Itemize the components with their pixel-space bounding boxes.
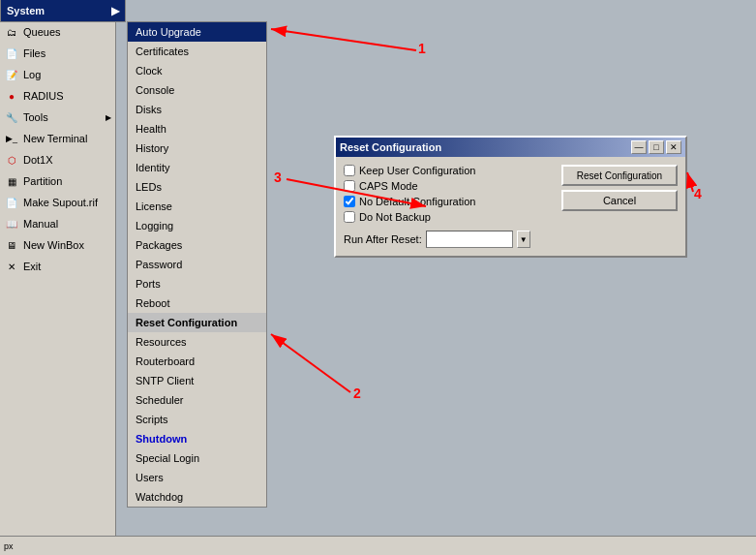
- submenu-item-history[interactable]: History: [128, 139, 266, 158]
- no-default-config-label: No Default Configuration: [359, 196, 475, 207]
- system-menu-header: System ▶: [1, 0, 125, 21]
- submenu-item-certificates[interactable]: Certificates: [128, 42, 266, 61]
- dialog-right-panel: Reset Configuration Cancel: [561, 165, 678, 248]
- sidebar-item-queues[interactable]: 🗂 Queues: [0, 21, 115, 43]
- run-after-row: Run After Reset: ▼: [344, 231, 561, 248]
- menu-arrow-icon: ▶: [111, 5, 119, 17]
- submenu-item-logging[interactable]: Logging: [128, 216, 266, 235]
- sidebar-item-exit[interactable]: ✕ Exit: [0, 256, 115, 277]
- svg-line-1: [271, 29, 416, 50]
- no-default-config-checkbox[interactable]: [344, 196, 355, 207]
- exit-icon: ✕: [4, 259, 19, 274]
- queues-icon: 🗂: [4, 24, 19, 40]
- dialog-minimize-button[interactable]: —: [631, 140, 647, 154]
- annotation-4: 4: [694, 186, 702, 201]
- submenu-item-reset-configuration[interactable]: Reset Configuration: [128, 313, 266, 332]
- submenu-item-license[interactable]: License: [128, 197, 266, 216]
- submenu-item-password[interactable]: Password: [128, 255, 266, 274]
- submenu-item-reboot[interactable]: Reboot: [128, 293, 266, 313]
- system-menu: System ▶ Auto Upgrade Certificates Clock…: [0, 0, 126, 22]
- do-not-backup-checkbox[interactable]: [344, 211, 355, 223]
- submenu-item-sntp[interactable]: SNTP Client: [128, 371, 266, 390]
- dialog-content: Keep User Configuration CAPS Mode No Def…: [336, 157, 685, 256]
- annotation-1: 1: [418, 41, 426, 56]
- keep-user-config-checkbox[interactable]: [344, 165, 355, 176]
- submenu-item-health[interactable]: Health: [128, 119, 266, 139]
- keep-user-config-row: Keep User Configuration: [344, 165, 561, 176]
- submenu-item-leds[interactable]: LEDs: [128, 177, 266, 197]
- reset-config-dialog: Reset Configuration — □ ✕ Keep User Conf…: [334, 136, 687, 258]
- submenu-item-users[interactable]: Users: [128, 468, 266, 487]
- sidebar: ⚙ System ▶ 🗂 Queues 📄 Files 📝 Log ● RADI…: [0, 0, 116, 555]
- submenu-item-auto-upgrade[interactable]: Auto Upgrade: [128, 22, 266, 42]
- caps-mode-checkbox[interactable]: [344, 180, 355, 192]
- keep-user-config-label: Keep User Configuration: [359, 165, 475, 176]
- sidebar-item-radius[interactable]: ● RADIUS: [0, 85, 115, 107]
- submenu-item-resources[interactable]: Resources: [128, 332, 266, 352]
- do-not-backup-row: Do Not Backup: [344, 211, 561, 223]
- submenu-item-scripts[interactable]: Scripts: [128, 410, 266, 429]
- dialog-close-button[interactable]: ✕: [666, 140, 681, 154]
- submenu-item-special-login[interactable]: Special Login: [128, 448, 266, 468]
- sidebar-item-files[interactable]: 📄 Files: [0, 43, 115, 64]
- tools-arrow-icon: ▶: [106, 113, 111, 122]
- sidebar-item-partition[interactable]: ▦ Partition: [0, 170, 115, 192]
- supout-icon: 📄: [4, 195, 19, 210]
- sidebar-item-dot1x[interactable]: ⬡ Dot1X: [0, 149, 115, 170]
- dialog-titlebar: Reset Configuration — □ ✕: [336, 138, 685, 157]
- submenu-item-packages[interactable]: Packages: [128, 235, 266, 255]
- caps-mode-label: CAPS Mode: [359, 180, 418, 192]
- radius-icon: ●: [4, 88, 19, 104]
- sidebar-item-new-terminal[interactable]: ▶_ New Terminal: [0, 128, 115, 149]
- dialog-restore-button[interactable]: □: [649, 140, 664, 154]
- partition-icon: ▦: [4, 173, 19, 189]
- do-not-backup-label: Do Not Backup: [359, 211, 431, 223]
- caps-mode-row: CAPS Mode: [344, 180, 561, 192]
- cancel-button[interactable]: Cancel: [561, 190, 678, 211]
- winbox-icon: 🖥: [4, 237, 19, 253]
- sidebar-item-log[interactable]: 📝 Log: [0, 64, 115, 85]
- run-after-input[interactable]: [426, 231, 513, 248]
- manual-icon: 📖: [4, 216, 19, 231]
- sidebar-item-tools[interactable]: 🔧 Tools ▶: [0, 107, 115, 128]
- submenu-item-console[interactable]: Console: [128, 80, 266, 100]
- submenu: Auto Upgrade Certificates Clock Console …: [127, 21, 267, 508]
- no-default-config-row: No Default Configuration: [344, 196, 561, 207]
- run-after-label: Run After Reset:: [344, 233, 422, 245]
- submenu-item-shutdown[interactable]: Shutdown: [128, 429, 266, 448]
- tools-icon: 🔧: [4, 109, 19, 125]
- files-icon: 📄: [4, 46, 19, 61]
- terminal-icon: ▶_: [4, 131, 19, 146]
- submenu-item-clock[interactable]: Clock: [128, 61, 266, 80]
- submenu-item-routerboard[interactable]: Routerboard: [128, 352, 266, 371]
- dot1x-icon: ⬡: [4, 152, 19, 168]
- submenu-item-identity[interactable]: Identity: [128, 158, 266, 177]
- dialog-title: Reset Configuration: [340, 141, 441, 153]
- dialog-left-panel: Keep User Configuration CAPS Mode No Def…: [344, 165, 561, 248]
- annotation-2: 2: [353, 385, 361, 401]
- sidebar-item-manual[interactable]: 📖 Manual: [0, 213, 115, 234]
- svg-line-4: [687, 172, 693, 192]
- sidebar-item-new-winbox[interactable]: 🖥 New WinBox: [0, 234, 115, 256]
- svg-line-2: [271, 334, 350, 392]
- submenu-item-ports[interactable]: Ports: [128, 274, 266, 293]
- annotation-3: 3: [274, 170, 282, 185]
- submenu-item-disks[interactable]: Disks: [128, 100, 266, 119]
- submenu-item-scheduler[interactable]: Scheduler: [128, 390, 266, 410]
- reset-configuration-button[interactable]: Reset Configuration: [561, 165, 678, 186]
- log-icon: 📝: [4, 67, 19, 82]
- run-after-dropdown-button[interactable]: ▼: [517, 231, 530, 248]
- sidebar-item-supout[interactable]: 📄 Make Supout.rif: [0, 192, 115, 213]
- dialog-controls: — □ ✕: [631, 140, 681, 154]
- submenu-item-watchdog[interactable]: Watchdog: [128, 487, 266, 507]
- status-text: px: [4, 541, 14, 551]
- status-bar: px: [0, 536, 756, 555]
